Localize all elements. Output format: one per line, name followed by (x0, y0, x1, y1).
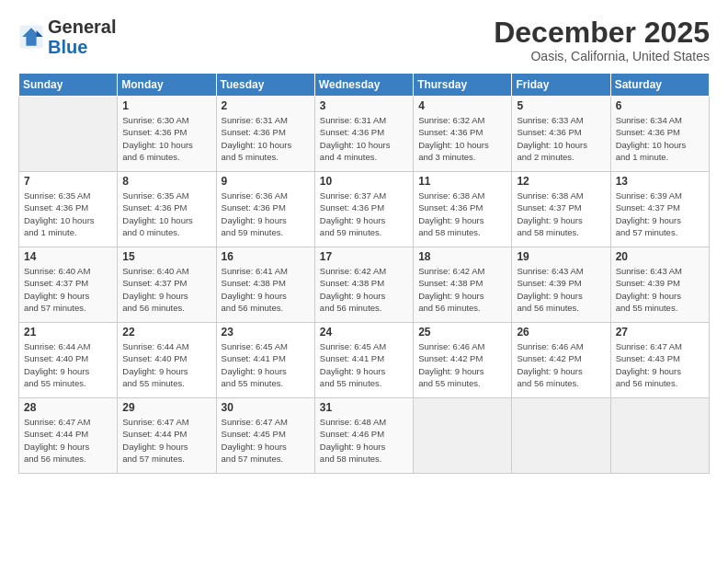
calendar-cell: 16Sunrise: 6:41 AMSunset: 4:38 PMDayligh… (216, 247, 314, 323)
header-day-tuesday: Tuesday (216, 74, 314, 97)
calendar-cell: 6Sunrise: 6:34 AMSunset: 4:36 PMDaylight… (610, 97, 709, 172)
calendar-cell: 21Sunrise: 6:44 AMSunset: 4:40 PMDayligh… (19, 323, 118, 398)
day-info: Sunrise: 6:45 AMSunset: 4:41 PMDaylight:… (222, 340, 310, 389)
calendar-cell: 11Sunrise: 6:38 AMSunset: 4:36 PMDayligh… (414, 172, 512, 247)
calendar-week-4: 21Sunrise: 6:44 AMSunset: 4:40 PMDayligh… (19, 323, 710, 398)
calendar-cell: 14Sunrise: 6:40 AMSunset: 4:37 PMDayligh… (19, 247, 118, 323)
calendar-cell: 28Sunrise: 6:47 AMSunset: 4:44 PMDayligh… (19, 398, 118, 474)
calendar-header: SundayMondayTuesdayWednesdayThursdayFrid… (19, 74, 710, 97)
day-info: Sunrise: 6:32 AMSunset: 4:36 PMDaylight:… (418, 114, 506, 163)
day-number: 26 (517, 326, 605, 339)
calendar-body: 1Sunrise: 6:30 AMSunset: 4:36 PMDaylight… (19, 97, 710, 474)
calendar-cell: 7Sunrise: 6:35 AMSunset: 4:36 PMDaylight… (19, 172, 118, 247)
calendar-cell (512, 398, 610, 474)
day-info: Sunrise: 6:33 AMSunset: 4:36 PMDaylight:… (517, 114, 605, 163)
header-row: SundayMondayTuesdayWednesdayThursdayFrid… (19, 74, 710, 97)
day-number: 29 (122, 401, 210, 414)
header: General Blue December 2025 Oasis, Califo… (18, 17, 710, 63)
day-info: Sunrise: 6:35 AMSunset: 4:36 PMDaylight:… (122, 190, 210, 238)
calendar-cell: 18Sunrise: 6:42 AMSunset: 4:38 PMDayligh… (414, 247, 512, 323)
day-info: Sunrise: 6:44 AMSunset: 4:40 PMDaylight:… (24, 340, 112, 389)
day-number: 11 (418, 175, 506, 188)
calendar-cell: 3Sunrise: 6:31 AMSunset: 4:36 PMDaylight… (314, 97, 413, 172)
logo-blue: Blue (48, 37, 87, 57)
header-day-saturday: Saturday (610, 74, 709, 97)
day-number: 18 (418, 250, 506, 263)
calendar-cell: 20Sunrise: 6:43 AMSunset: 4:39 PMDayligh… (610, 247, 709, 323)
calendar-cell (19, 97, 118, 172)
day-number: 9 (222, 175, 310, 188)
day-number: 7 (24, 175, 112, 188)
logo-text: General Blue (48, 17, 116, 57)
day-info: Sunrise: 6:35 AMSunset: 4:36 PMDaylight:… (24, 190, 112, 238)
day-number: 16 (222, 250, 310, 263)
day-info: Sunrise: 6:30 AMSunset: 4:36 PMDaylight:… (122, 114, 210, 163)
day-info: Sunrise: 6:48 AMSunset: 4:46 PMDaylight:… (320, 416, 408, 465)
title-block: December 2025 Oasis, California, United … (494, 17, 710, 63)
calendar-cell: 2Sunrise: 6:31 AMSunset: 4:36 PMDaylight… (216, 97, 314, 172)
calendar-table: SundayMondayTuesdayWednesdayThursdayFrid… (18, 73, 710, 474)
calendar-cell: 27Sunrise: 6:47 AMSunset: 4:43 PMDayligh… (610, 323, 709, 398)
day-number: 19 (517, 250, 605, 263)
day-number: 3 (320, 99, 408, 112)
logo: General Blue (18, 17, 116, 57)
main-title: December 2025 (494, 17, 710, 49)
calendar-cell: 13Sunrise: 6:39 AMSunset: 4:37 PMDayligh… (610, 172, 709, 247)
day-number: 1 (122, 99, 210, 112)
calendar-cell: 26Sunrise: 6:46 AMSunset: 4:42 PMDayligh… (512, 323, 610, 398)
calendar-cell: 1Sunrise: 6:30 AMSunset: 4:36 PMDaylight… (118, 97, 216, 172)
day-info: Sunrise: 6:42 AMSunset: 4:38 PMDaylight:… (418, 265, 506, 314)
day-number: 5 (517, 99, 605, 112)
calendar-cell: 12Sunrise: 6:38 AMSunset: 4:37 PMDayligh… (512, 172, 610, 247)
calendar-cell (414, 398, 512, 474)
logo-icon (18, 24, 44, 50)
day-number: 24 (320, 326, 408, 339)
calendar-cell: 25Sunrise: 6:46 AMSunset: 4:42 PMDayligh… (414, 323, 512, 398)
day-info: Sunrise: 6:31 AMSunset: 4:36 PMDaylight:… (320, 114, 408, 163)
day-info: Sunrise: 6:37 AMSunset: 4:36 PMDaylight:… (320, 190, 408, 238)
calendar-cell: 29Sunrise: 6:47 AMSunset: 4:44 PMDayligh… (118, 398, 216, 474)
day-info: Sunrise: 6:41 AMSunset: 4:38 PMDaylight:… (222, 265, 310, 314)
calendar-cell: 24Sunrise: 6:45 AMSunset: 4:41 PMDayligh… (314, 323, 413, 398)
day-number: 2 (222, 99, 310, 112)
subtitle: Oasis, California, United States (494, 49, 710, 63)
day-number: 30 (222, 401, 310, 414)
day-number: 15 (122, 250, 210, 263)
day-number: 21 (24, 326, 112, 339)
day-number: 13 (616, 175, 704, 188)
day-info: Sunrise: 6:47 AMSunset: 4:44 PMDaylight:… (122, 416, 210, 465)
logo-general: General (48, 17, 116, 37)
header-day-friday: Friday (512, 74, 610, 97)
day-info: Sunrise: 6:47 AMSunset: 4:45 PMDaylight:… (222, 416, 310, 465)
day-info: Sunrise: 6:34 AMSunset: 4:36 PMDaylight:… (616, 114, 704, 163)
calendar-week-2: 7Sunrise: 6:35 AMSunset: 4:36 PMDaylight… (19, 172, 710, 247)
day-number: 25 (418, 326, 506, 339)
header-day-wednesday: Wednesday (314, 74, 413, 97)
day-number: 10 (320, 175, 408, 188)
day-number: 22 (122, 326, 210, 339)
header-day-monday: Monday (118, 74, 216, 97)
day-number: 4 (418, 99, 506, 112)
day-info: Sunrise: 6:43 AMSunset: 4:39 PMDaylight:… (517, 265, 605, 314)
calendar-cell: 23Sunrise: 6:45 AMSunset: 4:41 PMDayligh… (216, 323, 314, 398)
day-info: Sunrise: 6:38 AMSunset: 4:36 PMDaylight:… (418, 190, 506, 238)
calendar-cell: 5Sunrise: 6:33 AMSunset: 4:36 PMDaylight… (512, 97, 610, 172)
day-number: 14 (24, 250, 112, 263)
calendar-cell: 9Sunrise: 6:36 AMSunset: 4:36 PMDaylight… (216, 172, 314, 247)
day-info: Sunrise: 6:40 AMSunset: 4:37 PMDaylight:… (122, 265, 210, 314)
day-number: 8 (122, 175, 210, 188)
day-number: 27 (616, 326, 704, 339)
calendar-cell (610, 398, 709, 474)
day-number: 6 (616, 99, 704, 112)
calendar-week-5: 28Sunrise: 6:47 AMSunset: 4:44 PMDayligh… (19, 398, 710, 474)
day-number: 31 (320, 401, 408, 414)
day-info: Sunrise: 6:40 AMSunset: 4:37 PMDaylight:… (24, 265, 112, 314)
calendar-cell: 4Sunrise: 6:32 AMSunset: 4:36 PMDaylight… (414, 97, 512, 172)
day-info: Sunrise: 6:47 AMSunset: 4:44 PMDaylight:… (24, 416, 112, 465)
calendar-cell: 31Sunrise: 6:48 AMSunset: 4:46 PMDayligh… (314, 398, 413, 474)
header-day-sunday: Sunday (19, 74, 118, 97)
day-info: Sunrise: 6:39 AMSunset: 4:37 PMDaylight:… (616, 190, 704, 238)
calendar-cell: 17Sunrise: 6:42 AMSunset: 4:38 PMDayligh… (314, 247, 413, 323)
calendar-week-3: 14Sunrise: 6:40 AMSunset: 4:37 PMDayligh… (19, 247, 710, 323)
day-info: Sunrise: 6:42 AMSunset: 4:38 PMDaylight:… (320, 265, 408, 314)
